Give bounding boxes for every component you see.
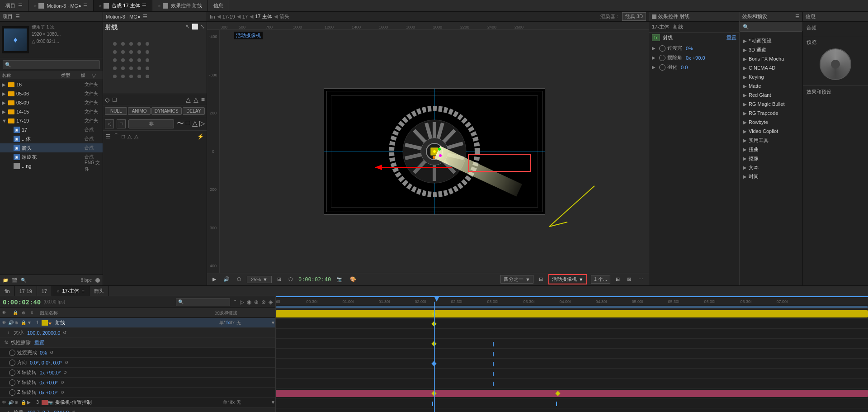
motion-icon6[interactable]: ⚡	[197, 133, 204, 140]
tab-project[interactable]: 项目 ☰	[0, 0, 28, 11]
effect-cat-3d[interactable]: ▶ 3D 通道	[741, 45, 801, 54]
layer-mode-1[interactable]: 单*	[219, 320, 226, 326]
bc-fin[interactable]: fin	[210, 14, 215, 19]
timeline-tab-1719[interactable]: 17-19	[15, 286, 37, 296]
bc-arrow[interactable]: 箭头	[279, 13, 289, 20]
layer-extra-1[interactable]: /fx	[230, 320, 235, 325]
expand-icon3[interactable]: ▶	[652, 65, 657, 70]
bc-main[interactable]: 17-主体	[255, 13, 272, 20]
list-item[interactable]: ▶ 05-06 文件夹	[0, 89, 103, 98]
timeline-tab-17[interactable]: 17	[37, 286, 52, 296]
timeline-tab-main[interactable]: × 17-主体 ≡	[52, 286, 90, 296]
timeline-icon4[interactable]: ⊕	[254, 299, 259, 305]
layer-row-1[interactable]: 👁 🔊 ⊕ 🔒 ▼ 1 ★ 射线 单* fx	[0, 318, 275, 328]
list-item[interactable]: ▶ ...ng PNG 文件	[0, 161, 103, 170]
quality-selector[interactable]: 四分之一 ▼	[500, 275, 533, 284]
layout-btn1[interactable]: ⊞	[614, 275, 622, 283]
effect-cat-utility[interactable]: ▶ 实用工具	[741, 136, 801, 145]
blur-value[interactable]: 0%	[686, 46, 693, 51]
timeline-icon2[interactable]: ▷	[240, 299, 244, 305]
effect-cat-time[interactable]: ▶ 时间	[741, 172, 801, 181]
tab-comp[interactable]: × 合成 17-主体 ☰	[94, 0, 152, 11]
fx-reset-btn[interactable]: 重置	[726, 34, 736, 41]
rect-icon[interactable]: □	[186, 119, 190, 128]
motion-icon5[interactable]: △	[134, 133, 138, 140]
null-btn[interactable]: NULL	[105, 107, 127, 115]
lock-icon-1[interactable]: 🔒	[21, 320, 27, 325]
color-btn[interactable]: 🎨	[348, 275, 358, 283]
triangle-icon[interactable]: △	[186, 96, 191, 103]
comp-menu-icon[interactable]: ☰	[142, 3, 146, 9]
effect-cat-boris[interactable]: ▶ Boris FX Mocha	[741, 54, 801, 63]
timeline-icon3[interactable]: ◉	[247, 299, 251, 305]
solo-icon-1[interactable]: ⊕	[14, 320, 21, 325]
effects-search-input[interactable]	[751, 24, 799, 29]
layer-parent-1[interactable]: 无	[235, 320, 271, 326]
shape2-btn[interactable]: □	[117, 119, 126, 128]
shape1-btn[interactable]: ◁	[105, 119, 114, 128]
audio-icon-1[interactable]: 🔊	[8, 320, 14, 325]
list-item[interactable]: ▼ 17-19 文件夹	[0, 116, 103, 125]
render-mode[interactable]: 经典 3D	[622, 12, 646, 21]
non-btn[interactable]: 非	[128, 119, 174, 128]
triangle2-icon[interactable]: △	[193, 96, 198, 103]
diamond-icon[interactable]: ◇	[105, 96, 110, 103]
x-anim-icon[interactable]: ↺	[63, 370, 67, 375]
list-item[interactable]: ▶ 08-09 文件夹	[0, 98, 103, 107]
zoom-dropdown[interactable]: ▼	[263, 277, 268, 282]
list-item[interactable]: ▶ ▣ ...体 合成	[0, 134, 103, 143]
search-btn[interactable]: 🔍	[21, 278, 26, 283]
motion-menu[interactable]: ☰	[143, 14, 147, 19]
tab-motion[interactable]: × Motion-3 · MG● ☰	[28, 0, 94, 11]
timeline-tab-fin[interactable]: fin	[0, 286, 15, 296]
cursor-icon[interactable]: ↖	[185, 24, 190, 30]
project-search-input[interactable]	[13, 62, 98, 67]
y-anim-icon[interactable]: ↺	[61, 380, 64, 385]
layout-btn2[interactable]: ⊠	[625, 275, 633, 283]
tri-icon[interactable]: △	[192, 119, 198, 128]
expand-icon[interactable]: ▶	[652, 46, 657, 51]
prop-zrot-value[interactable]: 0x +0.0°	[39, 390, 58, 395]
timeline-icon1[interactable]: ⌃	[233, 299, 237, 305]
layer-name-1[interactable]: 射线	[55, 319, 206, 326]
list-item[interactable]: ▶ ▣ 17 合成	[0, 125, 103, 134]
prop-yrot-value[interactable]: 0x +0.0°	[39, 380, 58, 385]
effect-cat-videocopilot[interactable]: ▶ Video Copilot	[741, 127, 801, 136]
expand-icon2[interactable]: ▶	[652, 55, 657, 60]
timeline-tab-arrow[interactable]: 箭头	[90, 286, 109, 296]
motion-icon4[interactable]: △	[127, 133, 132, 140]
effect-cat-matte[interactable]: ▶ Matte	[741, 81, 801, 90]
expand-icon[interactable]: ⬜	[192, 24, 198, 30]
eye-icon-1[interactable]: 👁	[0, 320, 8, 325]
effect-cat-text[interactable]: ▶ 文本	[741, 163, 801, 172]
project-search[interactable]: 🔍	[3, 60, 100, 69]
prop-xrot-value[interactable]: 0x +90.0°	[39, 370, 61, 375]
viewer-btn[interactable]: ⊟	[537, 275, 545, 283]
grid-btn[interactable]: ⊞	[275, 275, 283, 283]
resize-icon[interactable]: ⤡	[200, 24, 205, 30]
list-item[interactable]: ▶ 14-15 文件夹	[0, 107, 103, 116]
list-item[interactable]: ▶ 16 文件夹	[0, 80, 103, 89]
mask-btn[interactable]: ⬡	[287, 275, 295, 283]
track-row-1[interactable]	[276, 309, 868, 319]
prop-dir-value[interactable]: 0.0°, 0.0°, 0.0°	[30, 360, 62, 365]
layer-search[interactable]: 🔍	[176, 298, 230, 306]
lines-icon[interactable]: ≡	[201, 96, 205, 103]
menu-icon[interactable]: ☰	[18, 3, 23, 9]
prop-reset-btn[interactable]: 重置	[34, 339, 44, 346]
effect-cat-magic-bullet[interactable]: ▶ RG Magic Bullet	[741, 99, 801, 109]
audio-btn[interactable]: 🔊	[222, 275, 231, 283]
work-area-bar[interactable]	[276, 305, 868, 309]
animo-btn[interactable]: ANIMO	[128, 107, 150, 115]
prop-cam-pos-value[interactable]: 423.7, 3.7, -6044.9	[27, 410, 69, 412]
project-menu-icon[interactable]: ☰	[15, 14, 20, 19]
timeline-icon5[interactable]: ⊗	[261, 299, 266, 305]
new-folder-icon[interactable]: 📁	[3, 278, 8, 283]
effects-search[interactable]: 🔍	[740, 22, 802, 32]
z-anim-icon[interactable]: ↺	[61, 390, 64, 395]
effect-cat-rowbyte[interactable]: ▶ Rowbyte	[741, 118, 801, 127]
sort-icon[interactable]: ▽	[92, 72, 101, 79]
track-row-3[interactable]	[276, 388, 868, 398]
layout-btn3[interactable]: ⋯	[637, 275, 645, 283]
timeline-icon6[interactable]: ◈	[269, 299, 273, 305]
